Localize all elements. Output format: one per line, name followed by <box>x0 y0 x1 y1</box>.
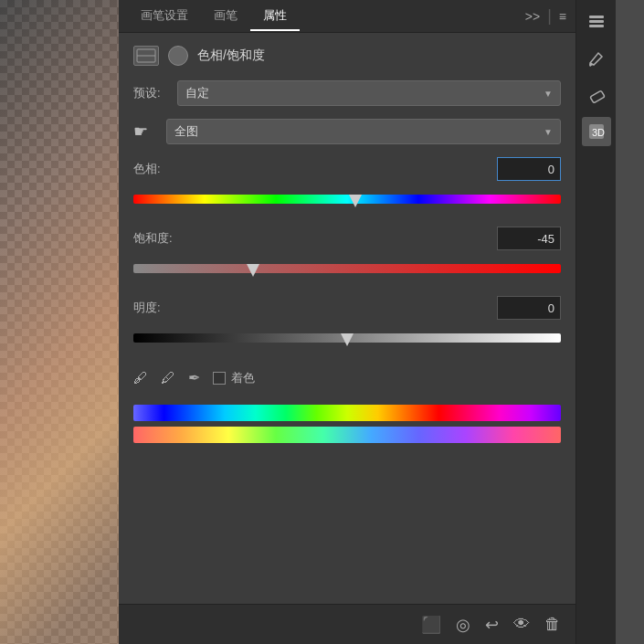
add-layer-icon[interactable]: ⬛ <box>421 615 441 635</box>
brightness-header: 明度: 0 <box>133 296 561 320</box>
channel-value: 全图 <box>174 123 198 140</box>
bottom-bar: ⬛ ◎ ↩ 👁 🗑 <box>119 604 575 644</box>
colorize-label: 着色 <box>231 370 255 386</box>
tab-brush[interactable]: 画笔 <box>201 2 250 31</box>
channel-arrow-icon: ▼ <box>544 127 553 137</box>
brightness-slider-wrapper[interactable] <box>133 325 561 351</box>
svg-text:3D: 3D <box>592 127 605 138</box>
canvas-image <box>0 0 119 644</box>
hue-input[interactable]: 0 <box>497 157 561 181</box>
sidebar-layers-icon[interactable] <box>582 7 611 37</box>
tab-divider: | <box>547 6 552 26</box>
colorize-row: 着色 <box>213 370 255 386</box>
saturation-thumb[interactable] <box>247 264 259 277</box>
eyedropper-icon[interactable]: 🖋 <box>133 370 148 386</box>
eyedropper-subtract-icon[interactable]: ✒ <box>188 369 200 386</box>
hue-section: 色相: 0 <box>133 157 561 212</box>
saturation-section: 饱和度: -45 <box>133 227 561 281</box>
preset-dropdown[interactable]: 自定 ▼ <box>177 80 561 106</box>
saturation-slider-wrapper[interactable] <box>133 256 561 281</box>
sidebar-eraser-icon[interactable] <box>582 80 611 110</box>
sidebar-brush-icon[interactable] <box>582 44 611 73</box>
svg-rect-2 <box>589 16 604 18</box>
channel-dropdown[interactable]: 全图 ▼ <box>166 119 561 144</box>
panel-content: 色相/饱和度 预设: 自定 ▼ ☛ 全图 ▼ <box>119 33 575 604</box>
channel-row: ☛ 全图 ▼ <box>133 119 561 144</box>
brightness-section: 明度: 0 <box>133 296 561 351</box>
saturation-label: 饱和度: <box>133 230 173 247</box>
preset-row: 预设: 自定 ▼ <box>133 80 561 106</box>
svg-rect-4 <box>589 25 604 27</box>
colorize-checkbox[interactable] <box>213 372 226 385</box>
spectrum-bar <box>133 405 561 421</box>
section-title: 色相/饱和度 <box>197 48 265 64</box>
brightness-track <box>133 333 561 343</box>
svg-rect-5 <box>589 90 604 103</box>
tab-properties[interactable]: 属性 <box>250 2 300 31</box>
color-bars <box>133 405 561 443</box>
hue-thumb[interactable] <box>349 195 362 207</box>
root: 画笔设置 画笔 属性 >> | ≡ 色相/饱和度 <box>0 0 644 644</box>
tab-brush-settings[interactable]: 画笔设置 <box>128 2 201 31</box>
brightness-input[interactable]: 0 <box>497 296 561 320</box>
undo-icon[interactable]: ↩ <box>485 615 499 635</box>
right-sidebar: 3D <box>575 0 616 644</box>
tab-bar: 画笔设置 画笔 属性 >> | ≡ <box>119 0 575 33</box>
preset-value: 自定 <box>185 85 209 101</box>
brightness-label: 明度: <box>133 300 161 316</box>
svg-rect-3 <box>589 20 604 23</box>
canvas-area <box>0 0 119 644</box>
saturation-header: 饱和度: -45 <box>133 227 561 250</box>
expand-icon[interactable]: >> <box>525 9 540 24</box>
brightness-thumb[interactable] <box>341 333 354 346</box>
section-header: 色相/饱和度 <box>133 46 561 66</box>
preset-label: 预设: <box>133 85 170 101</box>
saturation-input[interactable]: -45 <box>497 227 561 250</box>
eye-icon[interactable]: 👁 <box>513 615 530 634</box>
rainbow-bar <box>133 427 561 443</box>
hue-header: 色相: 0 <box>133 157 561 181</box>
visibility-icon[interactable]: ◎ <box>456 615 470 635</box>
circle-icon <box>168 46 188 66</box>
tools-row: 🖋 🖊 ✒ 着色 <box>133 365 561 390</box>
hand-icon: ☛ <box>133 121 159 142</box>
saturation-track <box>133 264 561 273</box>
hue-slider-wrapper[interactable] <box>133 186 561 212</box>
tab-extras: >> | ≡ <box>525 6 566 26</box>
sidebar-adjustment-icon[interactable]: 3D <box>582 117 611 146</box>
hue-track <box>133 195 561 204</box>
menu-icon[interactable]: ≡ <box>559 9 566 24</box>
hue-label: 色相: <box>133 161 161 177</box>
adjustment-layer-icon <box>133 46 159 66</box>
main-panel: 画笔设置 画笔 属性 >> | ≡ 色相/饱和度 <box>119 0 575 644</box>
trash-icon[interactable]: 🗑 <box>544 615 561 634</box>
preset-arrow-icon: ▼ <box>544 89 553 99</box>
eyedropper-add-icon[interactable]: 🖊 <box>161 370 175 386</box>
